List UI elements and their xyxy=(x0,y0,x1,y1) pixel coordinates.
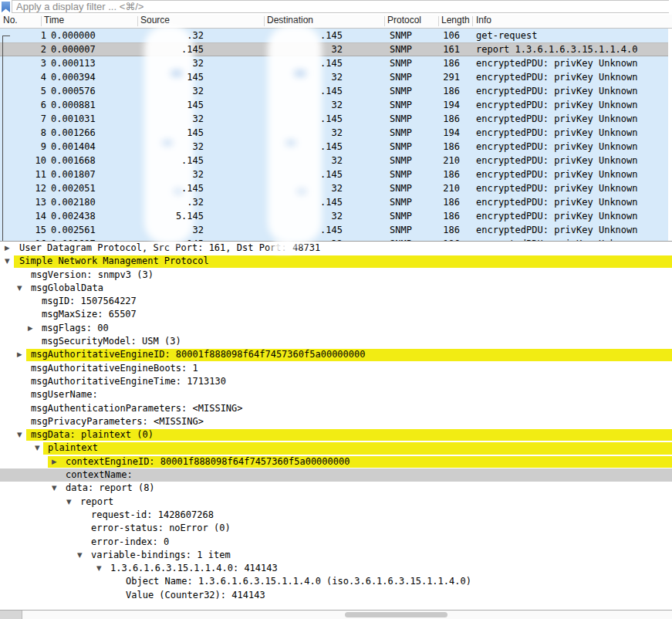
disclosure-triangle-icon[interactable]: ▼ xyxy=(66,496,72,509)
packet-protocol: SNMP xyxy=(390,195,412,209)
packet-row[interactable]: 12 0.002051 .145 32 SNMP 210 encryptedPD… xyxy=(0,181,668,195)
detail-row[interactable]: ▶ User Datagram Protocol, Src Port: 161,… xyxy=(0,242,672,255)
detail-text: request-id: 1428607268 xyxy=(91,509,214,522)
column-header[interactable]: Source xyxy=(140,15,170,25)
detail-row[interactable]: msgID: 1507564227 xyxy=(0,295,672,308)
detail-row[interactable]: ▼ report xyxy=(0,496,672,509)
detail-row[interactable]: msgAuthoritativeEngineTime: 1713130 xyxy=(0,375,672,388)
detail-row[interactable]: ▶ msgAuthoritativeEngineID: 80001f888098… xyxy=(0,348,672,361)
column-separator[interactable] xyxy=(384,16,385,26)
column-header[interactable]: Protocol xyxy=(387,15,421,25)
detail-row[interactable]: ▶ msgFlags: 00 xyxy=(0,322,672,335)
detail-text: msgGlobalData xyxy=(31,282,103,295)
column-separator[interactable] xyxy=(472,16,473,26)
disclosure-triangle-icon[interactable]: ▼ xyxy=(35,441,40,455)
detail-text: error-index: 0 xyxy=(91,536,169,549)
packet-source-fragment: 145 xyxy=(137,98,204,112)
packet-no: 7 xyxy=(0,112,46,126)
detail-row[interactable]: request-id: 1428607268 xyxy=(0,509,672,522)
packet-source-fragment: 145 xyxy=(137,126,204,140)
detail-row[interactable]: ▼ 1.3.6.1.6.3.15.1.1.4.0: 414143 xyxy=(0,562,672,575)
disclosure-triangle-icon[interactable]: ▶ xyxy=(5,242,10,255)
disclosure-triangle-icon[interactable]: ▼ xyxy=(17,282,22,295)
packet-row[interactable]: 14 0.002438 5.145 32 SNMP 186 encryptedP… xyxy=(0,209,668,223)
column-header[interactable]: No. xyxy=(3,15,18,25)
packet-time: 0.001668 xyxy=(51,154,96,167)
column-header[interactable]: Time xyxy=(44,15,64,25)
disclosure-triangle-icon[interactable]: ▼ xyxy=(52,482,57,495)
column-header[interactable]: Info xyxy=(476,15,491,25)
packet-time: 0.001031 xyxy=(51,112,96,126)
disclosure-triangle-icon[interactable]: ▶ xyxy=(28,322,33,335)
column-header[interactable]: Destination xyxy=(267,15,313,25)
packet-source-fragment: 32 xyxy=(137,140,204,154)
packet-info: encryptedPDU: privKey Unknown xyxy=(476,84,638,98)
packet-row[interactable]: 5 0.000576 32 .145 SNMP 186 encryptedPDU… xyxy=(0,84,668,98)
detail-row[interactable]: ▼ data: report (8) xyxy=(0,482,672,495)
detail-row[interactable]: contextName: xyxy=(0,468,672,482)
packet-row[interactable]: 11 0.001807 32 .145 SNMP 186 encryptedPD… xyxy=(0,167,668,181)
packet-row[interactable]: 3 0.000113 32 .145 SNMP 186 encryptedPDU… xyxy=(0,56,668,70)
detail-text: msgMaxSize: 65507 xyxy=(42,308,137,321)
display-filter-input[interactable] xyxy=(12,0,669,13)
packet-row[interactable]: 8 0.001266 145 32 SNMP 194 encryptedPDU:… xyxy=(0,126,668,140)
detail-row[interactable]: ▼ msgGlobalData xyxy=(0,282,672,295)
detail-row[interactable]: ▶ contextEngineID: 80001f888098f64f74573… xyxy=(0,455,672,468)
packet-protocol: SNMP xyxy=(390,140,412,154)
packet-row[interactable]: 9 0.001404 32 .145 SNMP 186 encryptedPDU… xyxy=(0,140,668,154)
packet-time: 0.001404 xyxy=(51,140,96,154)
detail-row[interactable]: msgAuthoritativeEngineBoots: 1 xyxy=(0,362,672,375)
scrollbar-thumb[interactable] xyxy=(345,612,447,617)
detail-text: report xyxy=(80,496,113,509)
detail-row[interactable]: msgPrivacyParameters: <MISSING> xyxy=(0,415,672,428)
horizontal-scrollbar[interactable] xyxy=(0,610,672,619)
packet-row[interactable]: 6 0.000881 145 32 SNMP 194 encryptedPDU:… xyxy=(0,98,668,112)
detail-row[interactable]: msgMaxSize: 65507 xyxy=(0,308,672,321)
detail-row[interactable]: error-status: noError (0) xyxy=(0,522,672,535)
detail-row[interactable]: ▼ variable-bindings: 1 item xyxy=(0,549,672,562)
disclosure-triangle-icon[interactable]: ▼ xyxy=(77,549,83,562)
detail-row[interactable]: ▼ Simple Network Management Protocol xyxy=(0,255,672,268)
detail-row[interactable]: ▼ plaintext xyxy=(0,441,672,455)
detail-row[interactable]: error-index: 0 xyxy=(0,536,672,549)
packet-info: encryptedPDU: privKey Unknown xyxy=(476,112,638,126)
packet-protocol: SNMP xyxy=(390,154,412,167)
column-separator[interactable] xyxy=(137,16,138,26)
packet-protocol: SNMP xyxy=(390,126,412,140)
disclosure-triangle-icon[interactable]: ▼ xyxy=(5,255,10,268)
detail-row[interactable]: Value (Counter32): 414143 xyxy=(0,589,672,602)
detail-row[interactable]: msgAuthenticationParameters: <MISSING> xyxy=(0,402,672,415)
packet-row[interactable]: 7 0.001031 32 .145 SNMP 186 encryptedPDU… xyxy=(0,112,668,126)
column-header[interactable]: Length xyxy=(441,15,470,25)
detail-row[interactable]: Object Name: 1.3.6.1.6.3.15.1.1.4.0 (iso… xyxy=(0,575,672,588)
packet-protocol: SNMP xyxy=(390,98,412,112)
packet-time: 0.000000 xyxy=(51,29,96,42)
disclosure-triangle-icon[interactable]: ▼ xyxy=(17,428,22,441)
bookmark-icon[interactable] xyxy=(2,2,10,12)
column-separator[interactable] xyxy=(438,16,439,26)
packet-row[interactable]: 4 0.000394 145 32 SNMP 291 encryptedPDU:… xyxy=(0,70,668,84)
packet-protocol: SNMP xyxy=(390,42,412,56)
packet-row[interactable]: 2 0.000007 .145 32 SNMP 161 report 1.3.6… xyxy=(0,42,668,56)
column-separator[interactable] xyxy=(264,16,265,26)
packet-time: 0.000576 xyxy=(51,84,96,98)
disclosure-triangle-icon[interactable]: ▼ xyxy=(96,562,102,575)
detail-text: msgAuthoritativeEngineID: 80001f888098f6… xyxy=(31,348,365,361)
packet-row[interactable]: 10 0.001668 .145 32 SNMP 210 encryptedPD… xyxy=(0,154,668,167)
detail-row[interactable]: msgSecurityModel: USM (3) xyxy=(0,335,672,348)
packet-length: 186 xyxy=(417,112,460,126)
detail-row[interactable]: ▼ msgData: plaintext (0) xyxy=(0,428,672,441)
detail-text: msgAuthoritativeEngineTime: 1713130 xyxy=(31,375,226,388)
disclosure-triangle-icon[interactable]: ▶ xyxy=(52,455,57,468)
packet-row[interactable]: 13 0.002180 .32 .145 SNMP 186 encryptedP… xyxy=(0,195,668,209)
packet-row[interactable]: 1 0.000000 .32 .145 SNMP 106 get-request xyxy=(0,29,668,42)
detail-row[interactable]: msgUserName: xyxy=(0,388,672,401)
packet-length: 210 xyxy=(417,181,460,195)
detail-text: Value (Counter32): 414143 xyxy=(126,589,265,602)
detail-row[interactable]: msgVersion: snmpv3 (3) xyxy=(0,269,672,282)
column-separator[interactable] xyxy=(41,16,42,26)
packet-row[interactable]: 15 0.002561 32 .145 SNMP 186 encryptedPD… xyxy=(0,223,668,237)
detail-text: data: report (8) xyxy=(66,482,155,495)
packet-no: 3 xyxy=(0,56,46,70)
disclosure-triangle-icon[interactable]: ▶ xyxy=(17,348,22,361)
